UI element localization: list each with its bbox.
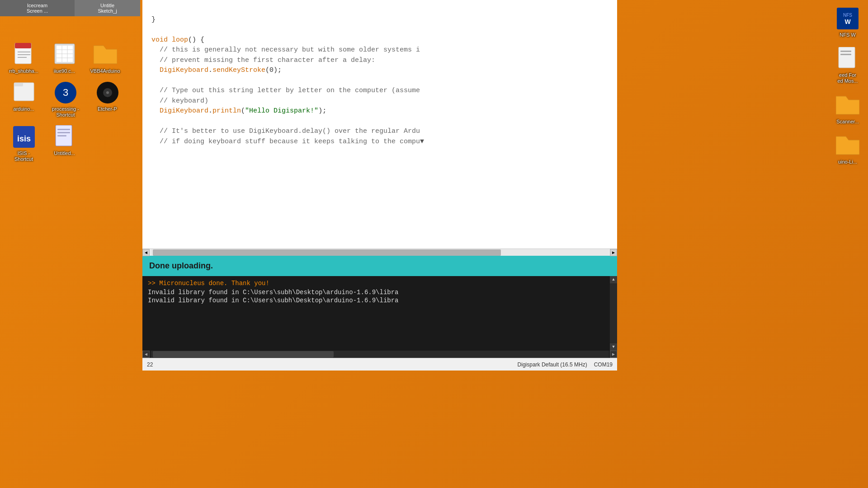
svg-marker-32 bbox=[836, 96, 859, 114]
svg-text:W: W bbox=[844, 18, 851, 25]
code-editor[interactable]: } void loop() { // this is generally not… bbox=[142, 0, 617, 249]
console-scroll-down[interactable]: ▼ bbox=[610, 343, 617, 351]
svg-rect-25 bbox=[57, 135, 66, 136]
console-scroll-up[interactable]: ▲ bbox=[610, 276, 617, 283]
icon-arduino-folder[interactable]: arduino... bbox=[5, 79, 43, 120]
scroll-left-arrow[interactable]: ◀ bbox=[142, 249, 150, 256]
icon-isis[interactable]: isis ISIS - Shortcut bbox=[5, 123, 43, 164]
taskbar-untitled-label: Untitle Sketch_j bbox=[78, 3, 137, 14]
code-content: } void loop() { // this is generally not… bbox=[147, 0, 617, 162]
icon-iiue90-label: iiue90.c... bbox=[54, 68, 75, 74]
console-vertical-scrollbar[interactable]: ▲ ▼ bbox=[610, 276, 617, 351]
icon-scanner[interactable]: Scanner... bbox=[830, 91, 866, 127]
desktop-icons-left: rrb_shubha... iiue90.c... bbox=[0, 36, 140, 169]
svg-text:3: 3 bbox=[63, 87, 68, 98]
console-hscroll-thumb[interactable] bbox=[153, 351, 334, 357]
scroll-thumb[interactable] bbox=[153, 249, 501, 256]
svg-text:isis: isis bbox=[17, 134, 30, 143]
taskbar-icecream-label: Icecream Screen ... bbox=[4, 3, 71, 14]
icon-vbb4arduino-label: VBB4Arduino bbox=[90, 68, 120, 74]
console-scroll-left[interactable]: ◀ bbox=[142, 351, 150, 358]
svg-rect-29 bbox=[839, 47, 855, 68]
code-comment-2: // prevent missing the first character a… bbox=[151, 56, 375, 64]
scroll-right-arrow[interactable]: ▶ bbox=[610, 249, 617, 256]
console-hscroll-track[interactable] bbox=[151, 351, 609, 358]
icon-processing[interactable]: 3 processing - Shortcut bbox=[45, 79, 86, 120]
icon-untitled2-label: Untitled... bbox=[54, 150, 75, 156]
icon-arduino-lib-label: uino-Li... bbox=[838, 159, 857, 165]
icon-scanner-label: Scanner... bbox=[836, 119, 859, 125]
console-scroll-right[interactable]: ▶ bbox=[610, 351, 617, 358]
svg-marker-12 bbox=[94, 46, 117, 64]
icon-untitled2[interactable]: Untitled... bbox=[45, 123, 84, 164]
code-line-void-loop: void loop() { bbox=[151, 36, 204, 44]
port-info: COM19 bbox=[594, 361, 613, 368]
bottom-line-number: 22 bbox=[147, 361, 153, 368]
icon-eed-for[interactable]: eed For ed Mos... bbox=[830, 45, 866, 86]
icon-processing-label: processing - Shortcut bbox=[52, 106, 79, 118]
svg-point-19 bbox=[106, 91, 109, 94]
bottom-status-bar: 22 Digispark Default (16.5 MHz) COM19 bbox=[142, 358, 617, 371]
icon-iiue90[interactable]: iiue90.c... bbox=[45, 41, 84, 76]
icon-etcher[interactable]: Etcher-P bbox=[88, 79, 127, 120]
icon-vbb4arduino[interactable]: VBB4Arduino bbox=[86, 41, 124, 76]
console-scroll-track[interactable] bbox=[610, 283, 617, 343]
board-info: Digispark Default (16.5 MHz) bbox=[518, 361, 587, 368]
svg-rect-31 bbox=[840, 54, 851, 55]
icon-isis-label: ISIS - Shortcut bbox=[14, 150, 33, 162]
code-comment-6: // if doing keyboard stuff because it ke… bbox=[151, 138, 424, 145]
icon-etcher-label: Etcher-P bbox=[98, 106, 117, 112]
console-area: >> Micronucleus done. Thank you! Invalid… bbox=[142, 276, 617, 351]
console-content: >> Micronucleus done. Thank you! Invalid… bbox=[142, 276, 617, 351]
desktop-icons-right: NFS W NFS W eed For ed Mos... bbox=[827, 0, 868, 172]
code-comment-3: // Type out this string letter by letter… bbox=[151, 87, 420, 94]
code-comment-4: // keyboard) bbox=[151, 97, 208, 105]
svg-rect-30 bbox=[840, 51, 851, 52]
svg-text:NFS: NFS bbox=[843, 13, 852, 18]
taskbar-icecream[interactable]: Icecream Screen ... bbox=[0, 0, 75, 16]
icon-eed-for-label: eed For ed Mos... bbox=[837, 72, 858, 84]
svg-rect-24 bbox=[57, 132, 70, 133]
code-digikeyboard-sendkeystroke: DigiKeyboard.sendKeyStroke(0); bbox=[151, 66, 282, 74]
console-horizontal-scrollbar[interactable]: ◀ ▶ bbox=[142, 351, 617, 358]
console-line-micronucleus: >> Micronucleus done. Thank you! bbox=[148, 280, 612, 287]
code-comment-1: // this is generally not necessary but w… bbox=[151, 46, 420, 54]
desktop: Icecream Screen ... Untitle Sketch_j rrb… bbox=[0, 0, 868, 488]
icon-nfs-w-label: NFS W bbox=[840, 32, 855, 38]
arduino-ide-window: } void loop() { // this is generally not… bbox=[142, 0, 617, 371]
icon-rrb-shubha[interactable]: rrb_shubha... bbox=[5, 41, 43, 76]
svg-rect-23 bbox=[57, 129, 70, 130]
scroll-track[interactable] bbox=[151, 249, 609, 256]
code-horizontal-scrollbar[interactable]: ◀ ▶ bbox=[142, 249, 617, 256]
code-digikeyboard-println: DigiKeyboard.println("Hello Digispark!")… bbox=[151, 107, 326, 115]
bottom-bar-right: Digispark Default (16.5 MHz) COM19 bbox=[518, 361, 613, 368]
console-line-invalid-lib-2: Invalid library found in C:\Users\subh\D… bbox=[148, 297, 612, 304]
icon-arduino-folder-label: arduino... bbox=[14, 106, 34, 112]
console-line-invalid-lib-1: Invalid library found in C:\Users\subh\D… bbox=[148, 289, 612, 296]
svg-rect-14 bbox=[14, 83, 23, 86]
icon-rrb-shubha-label: rrb_shubha... bbox=[9, 68, 38, 74]
svg-rect-1 bbox=[15, 43, 31, 48]
icon-arduino-lib[interactable]: uino-Li... bbox=[830, 131, 866, 167]
code-comment-5: // It's better to use DigiKeyboard.delay… bbox=[151, 127, 420, 135]
icon-nfs-w[interactable]: NFS W NFS W bbox=[830, 5, 866, 40]
code-line-0: } bbox=[151, 16, 156, 23]
status-bar: Done uploading. bbox=[142, 256, 617, 276]
status-message: Done uploading. bbox=[149, 261, 213, 270]
taskbar-untitled[interactable]: Untitle Sketch_j bbox=[75, 0, 140, 16]
svg-marker-33 bbox=[836, 136, 859, 155]
